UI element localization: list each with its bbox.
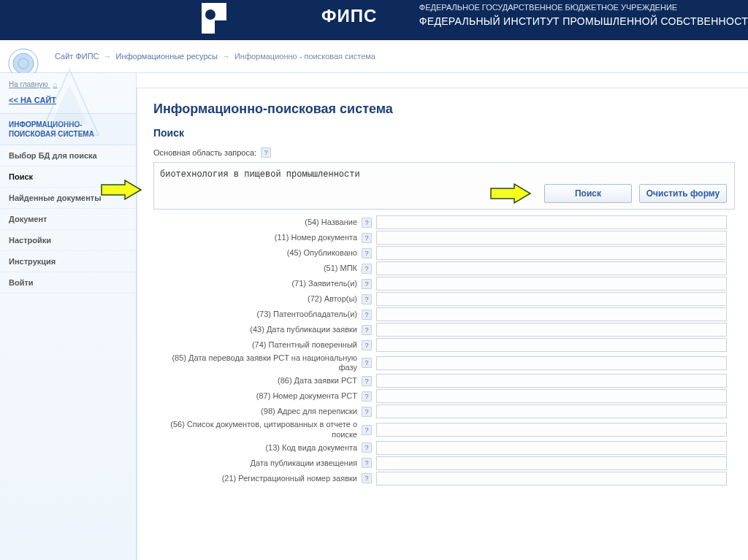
help-icon[interactable]: ?: [362, 310, 372, 320]
field-label: (98) Адрес для переписки: [153, 407, 362, 416]
field-row: (54) Название?: [153, 215, 735, 229]
page-subtitle: Поиск: [153, 127, 735, 139]
help-icon[interactable]: ?: [362, 458, 372, 468]
help-icon[interactable]: ?: [362, 425, 372, 435]
search-button[interactable]: Поиск: [544, 184, 632, 203]
sidebar-item[interactable]: Найденные документы: [0, 188, 136, 209]
field-input[interactable]: [376, 441, 727, 455]
sidebar-section-title: ИНФОРМАЦИОННО-ПОИСКОВАЯ СИСТЕМА: [0, 113, 136, 145]
sidebar-item[interactable]: Документ: [0, 209, 136, 230]
brand-title: ФИПС: [321, 6, 377, 26]
svg-point-0: [205, 9, 215, 20]
sidebar-item[interactable]: Войти: [0, 272, 136, 294]
help-icon[interactable]: ?: [362, 264, 372, 274]
field-label: (85) Дата перевода заявки PCT на национа…: [153, 353, 362, 372]
field-label: (54) Название: [153, 218, 362, 227]
help-icon[interactable]: ?: [362, 233, 372, 243]
field-row: (87) Номер документа PCT?: [153, 389, 735, 403]
field-input[interactable]: [376, 323, 727, 337]
help-icon[interactable]: ?: [362, 340, 372, 350]
field-label: (72) Автор(ы): [153, 294, 362, 304]
subtitle-line1: ФЕДЕРАЛЬНОЕ ГОСУДАРСТВЕННОЕ БЮДЖЕТНОЕ УЧ…: [419, 1, 748, 14]
field-input[interactable]: [376, 404, 727, 418]
field-row: (43) Дата публикации заявки?: [153, 323, 735, 337]
field-input[interactable]: [376, 472, 727, 486]
field-input[interactable]: [376, 246, 727, 260]
field-label: (43) Дата публикации заявки: [153, 325, 362, 334]
breadcrumb-item-1[interactable]: Информационные ресурсы: [116, 52, 218, 61]
help-icon[interactable]: ?: [362, 407, 372, 417]
field-input[interactable]: [376, 261, 727, 275]
field-input[interactable]: [376, 389, 727, 403]
field-input[interactable]: [376, 423, 727, 437]
field-input[interactable]: [376, 374, 727, 388]
search-fields: (54) Название?(11) Номер документа?(45) …: [153, 215, 735, 486]
main-query-box: Поиск Очистить форму: [153, 162, 735, 210]
field-input[interactable]: [376, 456, 727, 470]
home-link[interactable]: На главную ⌂: [0, 73, 136, 93]
field-input[interactable]: [376, 307, 727, 321]
page-title: Информационно-поисковая система: [153, 101, 735, 117]
field-row: (11) Номер документа?: [153, 231, 735, 245]
field-input[interactable]: [376, 277, 727, 291]
field-label: (21) Регистрационный номер заявки: [153, 474, 362, 483]
help-icon[interactable]: ?: [362, 376, 372, 386]
help-icon[interactable]: ?: [362, 294, 372, 304]
help-icon[interactable]: ?: [362, 279, 372, 289]
back-to-site-link[interactable]: << НА САЙТ: [0, 93, 136, 113]
breadcrumb: Сайт ФИПС → Информационные ресурсы → Инф…: [0, 40, 748, 73]
sidebar-item[interactable]: Поиск: [0, 166, 136, 188]
sidebar-item[interactable]: Настройки: [0, 230, 136, 251]
field-label: Дата публикации извещения: [153, 459, 362, 468]
field-row: (98) Адрес для переписки?: [153, 404, 735, 418]
field-label: (87) Номер документа PCT: [153, 391, 362, 401]
field-input[interactable]: [376, 338, 727, 352]
top-banner: ФИПС ФЕДЕРАЛЬНОЕ ГОСУДАРСТВЕННОЕ БЮДЖЕТН…: [0, 0, 748, 40]
main-query-input[interactable]: [160, 169, 728, 180]
main-query-label: Основная область запроса:: [153, 148, 256, 157]
content-area: Информационно-поисковая система Поиск Ос…: [137, 88, 748, 560]
field-row: (13) Код вида документа?: [153, 441, 735, 455]
field-row: (73) Патентообладатель(и)?: [153, 307, 735, 321]
breadcrumb-item-0[interactable]: Сайт ФИПС: [55, 52, 99, 61]
header-subtitle: ФЕДЕРАЛЬНОЕ ГОСУДАРСТВЕННОЕ БЮДЖЕТНОЕ УЧ…: [419, 1, 748, 29]
help-icon[interactable]: ?: [362, 473, 372, 483]
main-query-label-row: Основная область запроса: ?: [153, 147, 735, 158]
field-label: (45) Опубликовано: [153, 248, 362, 258]
field-label: (13) Код вида документа: [153, 443, 362, 453]
help-icon[interactable]: ?: [362, 248, 372, 258]
logo-icon: [197, 0, 230, 37]
help-icon[interactable]: ?: [362, 325, 372, 335]
field-row: (71) Заявитель(и)?: [153, 277, 735, 291]
field-row: (72) Автор(ы)?: [153, 292, 735, 306]
clear-button[interactable]: Очистить форму: [639, 184, 727, 203]
field-row: (21) Регистрационный номер заявки?: [153, 472, 735, 486]
help-icon[interactable]: ?: [362, 391, 372, 402]
field-row: (85) Дата перевода заявки PCT на национа…: [153, 353, 735, 372]
help-icon[interactable]: ?: [261, 147, 271, 158]
field-label: (56) Список документов, цитированных в о…: [153, 420, 362, 439]
breadcrumb-sep: →: [222, 52, 230, 61]
field-label: (86) Дата заявки PCT: [153, 376, 362, 386]
field-row: (86) Дата заявки PCT?: [153, 374, 735, 388]
sidebar-item[interactable]: Инструкция: [0, 251, 136, 272]
help-icon[interactable]: ?: [362, 218, 372, 228]
sidebar-item[interactable]: Выбор БД для поиска: [0, 145, 136, 166]
field-row: (45) Опубликовано?: [153, 246, 735, 260]
help-icon[interactable]: ?: [362, 442, 372, 453]
field-input[interactable]: [376, 231, 727, 245]
field-row: (51) МПК?: [153, 261, 735, 275]
field-label: (74) Патентный поверенный: [153, 340, 362, 350]
field-input[interactable]: [376, 356, 727, 370]
field-row: Дата публикации извещения?: [153, 456, 735, 470]
field-label: (51) МПК: [153, 264, 362, 273]
field-input[interactable]: [376, 292, 727, 306]
field-input[interactable]: [376, 215, 727, 229]
breadcrumb-sep: →: [104, 52, 112, 61]
help-icon[interactable]: ?: [362, 358, 372, 368]
subtitle-line2: ФЕДЕРАЛЬНЫЙ ИНСТИТУТ ПРОМЫШЛЕННОЙ СОБСТВ…: [419, 14, 748, 29]
field-label: (71) Заявитель(и): [153, 279, 362, 288]
breadcrumb-item-2: Информационно - поисковая система: [234, 52, 375, 61]
field-row: (74) Патентный поверенный?: [153, 338, 735, 352]
sidebar-nav: Выбор БД для поискаПоискНайденные докуме…: [0, 145, 136, 294]
